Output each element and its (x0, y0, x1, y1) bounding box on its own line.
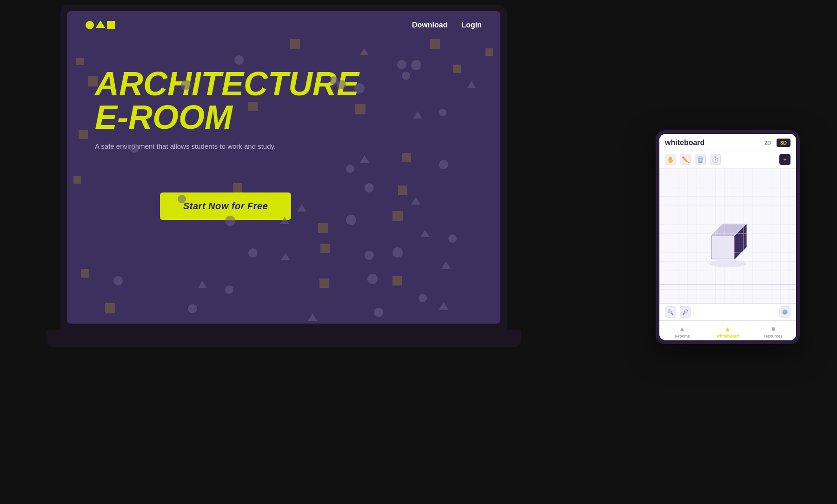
deco-square-6 (248, 102, 258, 111)
deco-tri-2 (467, 81, 476, 88)
deco-circle-12 (178, 195, 186, 203)
deco-tri-11 (198, 281, 207, 288)
deco-circle-10 (130, 144, 139, 153)
toggle-2d-button[interactable]: 2D (761, 139, 775, 147)
toggle-3d-button[interactable]: 3D (777, 139, 790, 147)
deco-square-18 (319, 279, 329, 288)
deco-tri-6 (411, 197, 420, 205)
deco-circle-23 (367, 274, 378, 284)
toolbar-icons: ✋ ✏️ 🗑️ ⏱️ (665, 154, 721, 165)
tablet: whiteboard 2D 3D ✋ ✏️ 🗑️ ⏱️ + (656, 130, 800, 344)
deco-square-20 (105, 303, 115, 313)
deco-circle-14 (439, 160, 448, 169)
deco-square-14 (318, 223, 328, 233)
deco-circle-2 (181, 80, 191, 90)
tablet-toolbar: ✋ ✏️ 🗑️ ⏱️ + (659, 151, 796, 168)
deco-square-10 (402, 153, 411, 162)
deco-circle-22 (225, 285, 233, 294)
tab-resources-label: resources (764, 334, 783, 338)
tool-add-icon[interactable]: + (779, 154, 790, 165)
deco-square-3 (76, 58, 84, 65)
hero-section: ARCHITECTURE E-ROOM A safe environment t… (95, 67, 359, 150)
deco-circle-4 (337, 80, 346, 89)
tablet-screen: whiteboard 2D 3D ✋ ✏️ 🗑️ ⏱️ + (659, 134, 796, 340)
deco-circle-8 (411, 60, 421, 70)
deco-square-5 (453, 65, 461, 73)
deco-square-7 (355, 104, 365, 114)
deco-tri-10 (441, 261, 451, 269)
nav: Download Login (67, 11, 500, 39)
deco-tri-5 (297, 204, 306, 212)
tool-hand-icon[interactable]: ✋ (665, 154, 676, 165)
deco-square-9 (79, 130, 88, 139)
tab-resources-icon: ■ (771, 325, 775, 332)
deco-tri-8 (420, 230, 430, 237)
nav-download[interactable]: Download (412, 21, 447, 29)
deco-tri-1 (360, 48, 368, 55)
laptop-bezel: Download Login ARCHITECTURE E-ROOM A saf… (60, 5, 507, 330)
deco-square-16 (320, 244, 330, 253)
zoom-in-icon[interactable]: 🔍 (665, 306, 676, 318)
deco-square-1 (290, 39, 300, 49)
deco-circle-25 (374, 308, 383, 317)
deco-tri-4 (360, 155, 369, 163)
tool-delete-icon[interactable]: 🗑️ (695, 154, 706, 165)
scene: Download Login ARCHITECTURE E-ROOM A saf… (0, 0, 837, 504)
tab-whiteboard[interactable]: ▲ whiteboard (705, 321, 751, 340)
deco-circle-1 (234, 55, 244, 65)
deco-circle-17 (448, 234, 457, 243)
deco-square-4 (88, 76, 98, 86)
settings-icon[interactable]: ⚙️ (779, 306, 790, 318)
deco-circle-13 (365, 183, 374, 192)
tablet-canvas (659, 168, 796, 303)
tablet-zoom-bar: 🔍 🔎 ⚙️ (659, 303, 796, 320)
tablet-title: whiteboard (665, 139, 704, 147)
tablet-bottom-nav: ▲ e-rooms ▲ whiteboard ■ resources (659, 320, 796, 340)
laptop-screen: Download Login ARCHITECTURE E-ROOM A saf… (67, 11, 500, 324)
deco-tri-12 (308, 313, 317, 321)
canvas-axis-v (728, 168, 728, 303)
deco-circle-6 (402, 72, 410, 80)
deco-circle-16 (346, 215, 356, 225)
logo-square-icon (107, 21, 115, 29)
deco-circle-26 (418, 294, 427, 302)
deco-square-12 (398, 186, 407, 195)
tab-e-rooms-label: e-rooms (674, 334, 690, 338)
deco-circle-24 (188, 304, 197, 313)
tablet-header: whiteboard 2D 3D (659, 134, 796, 151)
tab-whiteboard-icon: ▲ (724, 325, 731, 332)
tab-whiteboard-label: whiteboard (717, 334, 739, 338)
logo (86, 21, 115, 29)
deco-circle-7 (397, 60, 406, 69)
logo-triangle-icon (96, 20, 105, 28)
tool-pencil-icon[interactable]: ✏️ (680, 154, 691, 165)
logo-circle-icon (86, 21, 94, 29)
deco-square-13 (73, 176, 81, 184)
view-toggle: 2D 3D (761, 139, 790, 147)
tab-e-rooms-icon: ▲ (679, 325, 685, 332)
deco-circle-15 (225, 216, 235, 226)
deco-tri-9 (281, 253, 290, 260)
deco-square-8 (485, 48, 493, 56)
deco-square-17 (81, 269, 89, 278)
zoom-out-icon[interactable]: 🔎 (680, 306, 691, 318)
deco-square-15 (392, 211, 403, 221)
hero-title: ARCHITECTURE E-ROOM (95, 67, 359, 134)
nav-login[interactable]: Login (461, 21, 482, 29)
deco-circle-5 (354, 83, 365, 93)
deco-circle-21 (113, 276, 123, 285)
zoom-icons: 🔍 🔎 (665, 306, 691, 318)
deco-tri-3 (413, 111, 422, 119)
deco-tri-13 (439, 302, 448, 310)
tab-e-rooms[interactable]: ▲ e-rooms (659, 321, 705, 340)
tab-resources[interactable]: ■ resources (751, 321, 796, 340)
nav-links: Download Login (412, 21, 482, 29)
deco-square-11 (233, 183, 242, 192)
laptop-base (46, 330, 521, 347)
deco-circle-19 (365, 251, 374, 260)
deco-circle-18 (248, 248, 258, 258)
tool-timer-icon[interactable]: ⏱️ (710, 154, 721, 165)
laptop: Download Login ARCHITECTURE E-ROOM A saf… (60, 5, 516, 367)
deco-square-2 (430, 39, 440, 49)
deco-square-19 (392, 276, 402, 285)
